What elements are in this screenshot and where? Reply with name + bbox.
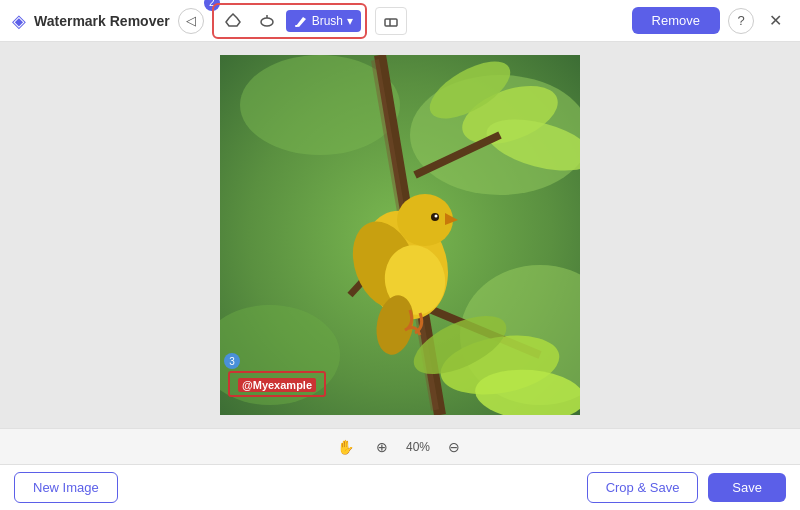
back-button[interactable]: ◁ [178,8,204,34]
close-icon: ✕ [769,11,782,30]
crop-save-button[interactable]: Crop & Save [587,472,699,503]
watermark-step-badge: 3 [224,353,240,369]
hand-tool-icon: ✋ [337,439,354,455]
save-button[interactable]: Save [708,473,786,502]
eraser-tool-button[interactable] [375,7,407,35]
close-button[interactable]: ✕ [762,8,788,34]
help-icon: ? [737,13,744,28]
help-button[interactable]: ? [728,8,754,34]
brush-label: Brush [312,14,343,28]
title-left-section: ◈ Watermark Remover ◁ 2 [12,3,407,39]
watermark-region: 3 @Myexample [228,371,326,397]
image-container: 3 @Myexample [220,55,580,415]
svg-point-26 [435,215,438,218]
svg-marker-0 [226,14,240,26]
svg-point-20 [397,194,453,246]
brush-icon [294,14,308,28]
main-canvas-area: 3 @Myexample [0,42,800,428]
bottom-right-actions: Crop & Save Save [587,472,786,503]
selection-tools-group: Brush ▾ [212,3,367,39]
brush-dropdown-icon: ▾ [347,14,353,28]
eraser-icon [382,12,400,30]
canvas-image [220,55,580,415]
svg-point-1 [261,18,273,26]
app-title: Watermark Remover [34,13,170,29]
app-logo-icon: ◈ [12,10,26,32]
bottom-bar: New Image Crop & Save Save [0,464,800,510]
lasso-tool-icon [258,12,276,30]
watermark-selection-box: @Myexample [228,371,326,397]
hand-tool-button[interactable]: ✋ [334,435,358,459]
svg-rect-3 [295,25,298,27]
zoom-level-display: 40% [406,440,430,454]
polygon-tool-icon [224,12,242,30]
lasso-tool-button[interactable] [252,7,282,35]
watermark-text: @Myexample [238,378,316,392]
remove-button[interactable]: Remove [632,7,720,34]
svg-rect-4 [385,19,397,26]
brush-tool-button[interactable]: Brush ▾ [286,10,361,32]
title-bar: ◈ Watermark Remover ◁ 2 [0,0,800,42]
zoom-out-button[interactable]: ⊖ [442,435,466,459]
polygon-tool-button[interactable] [218,7,248,35]
title-right-section: Remove ? ✕ [632,7,788,34]
back-icon: ◁ [186,13,196,28]
zoom-bar: ✋ ⊕ 40% ⊖ [0,428,800,464]
zoom-in-icon: ⊕ [376,439,388,455]
zoom-out-icon: ⊖ [448,439,460,455]
new-image-button[interactable]: New Image [14,472,118,503]
zoom-in-button[interactable]: ⊕ [370,435,394,459]
